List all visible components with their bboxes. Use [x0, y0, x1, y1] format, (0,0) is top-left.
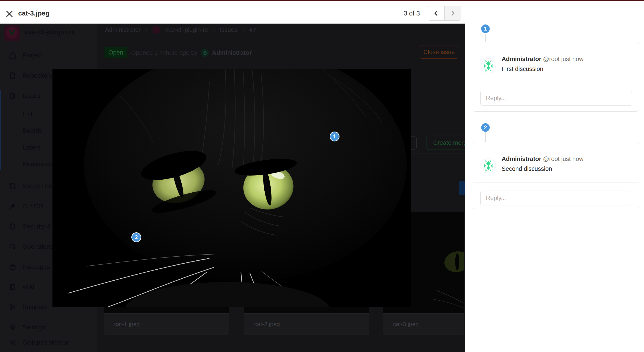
sidebar-item-project: Project: [0, 49, 97, 62]
note-header: Administrator @root just now: [502, 56, 584, 63]
breadcrumb-item: Issues: [220, 27, 237, 34]
comment-button: A: [459, 181, 465, 195]
design-filename: cat-1.jpeg: [114, 321, 140, 328]
status-badge: Open: [104, 47, 127, 58]
shield-icon: [8, 223, 16, 231]
issue-meta: Opened 1 minute ago by Administrator: [131, 49, 252, 57]
sidebar-item-label: Milestones: [23, 161, 52, 168]
note-body: Second discussion: [502, 165, 552, 172]
reply-input[interactable]: [480, 91, 632, 105]
project-avatar: [4, 25, 20, 41]
sidebar-item-label: Project: [22, 52, 42, 59]
cloud-gear-icon: [8, 243, 16, 251]
breadcrumb-separator: ›: [146, 26, 148, 34]
breadcrumb-separator: ›: [213, 26, 215, 34]
next-image-button[interactable]: [444, 6, 461, 21]
avatar: [481, 158, 496, 173]
avatar: [481, 58, 496, 73]
note-meta: @root just now: [543, 155, 584, 162]
sidebar-item-label: Operations: [22, 243, 53, 250]
discussion-badge-2[interactable]: 2: [480, 123, 490, 132]
discussion-badge-1[interactable]: 1: [480, 24, 490, 34]
note-author: Administrator: [502, 155, 541, 162]
note-header: Administrator @root just now: [502, 155, 584, 162]
previous-image-button[interactable]: [428, 6, 444, 21]
opened-text: Opened 1 minute ago by: [131, 49, 198, 56]
sidebar-item-label: List: [23, 111, 32, 118]
divider: [473, 183, 638, 183]
note-author: Administrator: [502, 56, 541, 62]
design-filename: cat-2.jpeg: [254, 321, 280, 328]
pin-connector: [485, 34, 486, 42]
sidebar-item-label: Packages: [22, 263, 50, 271]
sidebar-item-label: Labels: [23, 144, 41, 151]
sidebar-item-label: Issues: [22, 92, 40, 99]
merge-request-icon: [8, 182, 16, 190]
modal-header: cat-3.jpeg 3 of 3: [0, 1, 644, 24]
discussion-card: Administrator @root just now Second disc…: [473, 142, 639, 209]
breadcrumb-item: vue-cli-plugin-rx: [165, 27, 208, 34]
author-name: Administrator: [212, 49, 252, 56]
discussion-pin-1[interactable]: 1: [330, 131, 340, 141]
create-merge-request-button: Create merge request: [426, 136, 465, 150]
chevron-right-icon: [450, 10, 456, 16]
rocket-icon: [8, 202, 16, 210]
divider: [473, 83, 638, 83]
divider: [97, 41, 465, 41]
sidebar-item-settings: Settings: [0, 321, 97, 333]
breadcrumb: Administrator › vue-cli-plugin-rx › Issu…: [105, 25, 256, 34]
home-icon: [8, 51, 16, 60]
breadcrumb-separator: ›: [242, 26, 244, 34]
sidebar-item-label: CI / CD: [22, 203, 43, 210]
scissors-icon: [8, 303, 16, 311]
discussion-card: Administrator @root just now First discu…: [473, 42, 639, 112]
divider: [97, 66, 465, 66]
sidebar-item-label: Boards: [23, 127, 42, 134]
sidebar-item-label: Wiki: [22, 283, 34, 290]
package-icon: [8, 263, 16, 271]
pin-connector: [485, 132, 486, 142]
divider: [411, 153, 465, 154]
discussion-pin-2[interactable]: 2: [132, 232, 141, 242]
collapse-sidebar-label: Collapse sidebar: [22, 339, 69, 346]
issues-icon: [8, 92, 16, 100]
project-avatar-small: [152, 26, 160, 34]
close-icon[interactable]: [4, 8, 15, 20]
close-issue-button: Close issue: [420, 46, 458, 59]
project-title: vue-cli-plugin-rx: [24, 29, 75, 36]
design-image-cat-3[interactable]: [52, 69, 411, 307]
collapse-chevrons-icon: [8, 338, 16, 346]
image-filename-title: cat-3.jpeg: [18, 10, 50, 17]
reply-input[interactable]: [480, 191, 632, 205]
design-filename: cat-3.jpeg: [393, 321, 419, 328]
sidebar-item-label: Settings: [22, 324, 45, 331]
sidebar-item-label: Snippets: [22, 303, 47, 311]
collapse-sidebar-button: Collapse sidebar: [0, 336, 97, 349]
note-body: First discussion: [502, 66, 543, 73]
pager-counter: 3 of 3: [404, 10, 420, 17]
book-icon: [8, 283, 16, 291]
pager-buttons: [428, 6, 461, 21]
breadcrumb-item-current: #7: [249, 27, 256, 34]
breadcrumb-item: Administrator: [105, 27, 140, 34]
discussions-panel: 1 Administrator @root just now First dis…: [465, 24, 644, 352]
note-meta: @root just now: [543, 56, 584, 62]
sidebar-item-label: Repository: [22, 72, 52, 79]
chevron-left-icon: [433, 10, 439, 16]
document-icon: [8, 72, 16, 80]
gear-icon: [8, 323, 16, 331]
author-avatar: [201, 49, 209, 57]
pager: 3 of 3: [404, 6, 461, 21]
